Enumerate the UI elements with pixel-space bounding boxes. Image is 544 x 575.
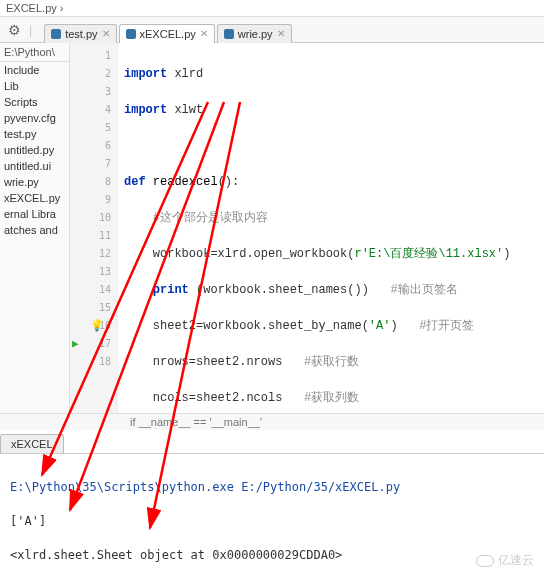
run-tab-label: xEXCEL	[11, 438, 53, 450]
sidebar-item[interactable]: Scripts	[0, 94, 69, 110]
tab-test[interactable]: test.py ✕	[44, 24, 116, 43]
breadcrumb-text: if __name__ == '__main__'	[130, 416, 262, 428]
project-root[interactable]: E:\Python\	[0, 43, 69, 62]
sidebar-item[interactable]: wrie.py	[0, 174, 69, 190]
run-gutter-icon[interactable]: ▶	[72, 335, 79, 353]
line-number: 9	[86, 191, 111, 209]
sidebar-item[interactable]: Include	[0, 62, 69, 78]
code-line: print (workbook.sheet_names()) #输出页签名	[124, 281, 544, 299]
line-number: 2	[86, 65, 111, 83]
line-number: 15	[86, 299, 111, 317]
python-file-icon	[51, 29, 61, 39]
sidebar-item[interactable]: ernal Libra	[0, 206, 69, 222]
breadcrumb-file: EXCEL.py	[6, 2, 57, 14]
sidebar-item[interactable]: Lib	[0, 78, 69, 94]
code-line: workbook=xlrd.open_workbook(r'E:\百度经验\11…	[124, 245, 544, 263]
code-line: sheet2=workbook.sheet_by_name('A') #打开页签	[124, 317, 544, 335]
run-tab[interactable]: xEXCEL	[0, 434, 64, 453]
watermark-text: 亿速云	[498, 552, 534, 569]
close-icon[interactable]: ✕	[200, 28, 208, 39]
breadcrumb: EXCEL.py ›	[0, 0, 544, 17]
code-editor[interactable]: import xlrd import xlwt def readexcel():…	[118, 43, 544, 413]
line-number: 8	[86, 173, 111, 191]
code-line: import xlwt	[124, 101, 544, 119]
tab-label: wrie.py	[238, 28, 273, 40]
code-line: def readexcel():	[124, 173, 544, 191]
line-number: 4	[86, 101, 111, 119]
code-line: #这个部分是读取内容	[124, 209, 544, 227]
project-sidebar[interactable]: E:\Python\ Include Lib Scripts pyvenv.cf…	[0, 43, 70, 413]
console-line: ['A']	[10, 513, 534, 530]
close-icon[interactable]: ✕	[277, 28, 285, 39]
code-line: import xlrd	[124, 65, 544, 83]
sidebar-item[interactable]: test.py	[0, 126, 69, 142]
line-number: 17	[86, 335, 111, 353]
python-file-icon	[126, 29, 136, 39]
line-number: 3	[86, 83, 111, 101]
python-file-icon	[224, 29, 234, 39]
line-number: 18	[86, 353, 111, 371]
editor-tabs: test.py ✕ xEXCEL.py ✕ wrie.py ✕	[40, 17, 294, 43]
toolbar: ⚙ | test.py ✕ xEXCEL.py ✕ wrie.py ✕	[0, 17, 544, 43]
code-breadcrumb[interactable]: if __name__ == '__main__'	[0, 413, 544, 430]
close-icon[interactable]: ✕	[102, 28, 110, 39]
run-tabs: xEXCEL	[0, 434, 544, 454]
line-number: 7	[86, 155, 111, 173]
toolbar-divider: |	[29, 23, 32, 37]
console-output[interactable]: E:\Python\35\Scripts\python.exe E:/Pytho…	[0, 454, 544, 575]
code-line	[124, 137, 544, 155]
line-number: 5	[86, 119, 111, 137]
sidebar-item[interactable]: pyvenv.cfg	[0, 110, 69, 126]
console-line: <xlrd.sheet.Sheet object at 0x0000000029…	[10, 547, 534, 564]
line-number: 6	[86, 137, 111, 155]
line-gutter[interactable]: 1 2 3 4 5 6 7 8 9 10 11 12 13 14 15 16 1…	[86, 43, 118, 413]
gear-icon[interactable]: ⚙	[0, 22, 29, 38]
sidebar-item[interactable]: untitled.ui	[0, 158, 69, 174]
sidebar-item[interactable]: untitled.py	[0, 142, 69, 158]
bulb-icon[interactable]: 💡	[90, 317, 104, 335]
tab-wrie[interactable]: wrie.py ✕	[217, 24, 292, 43]
sidebar-item[interactable]: xEXCEL.py	[0, 190, 69, 206]
line-number: 14	[86, 281, 111, 299]
cloud-icon	[476, 555, 494, 567]
tab-xexcel[interactable]: xEXCEL.py ✕	[119, 24, 215, 43]
line-number: 1	[86, 47, 111, 65]
watermark: 亿速云	[476, 552, 534, 569]
line-number: 10	[86, 209, 111, 227]
tab-label: test.py	[65, 28, 97, 40]
editor-main: E:\Python\ Include Lib Scripts pyvenv.cf…	[0, 43, 544, 413]
code-line: nrows=sheet2.nrows #获取行数	[124, 353, 544, 371]
tab-label: xEXCEL.py	[140, 28, 196, 40]
line-number: 13	[86, 263, 111, 281]
line-number: 12	[86, 245, 111, 263]
line-number: 11	[86, 227, 111, 245]
sidebar-item[interactable]: atches and	[0, 222, 69, 238]
console-command: E:\Python\35\Scripts\python.exe E:/Pytho…	[10, 479, 534, 496]
code-line: ncols=sheet2.ncols #获取列数	[124, 389, 544, 407]
